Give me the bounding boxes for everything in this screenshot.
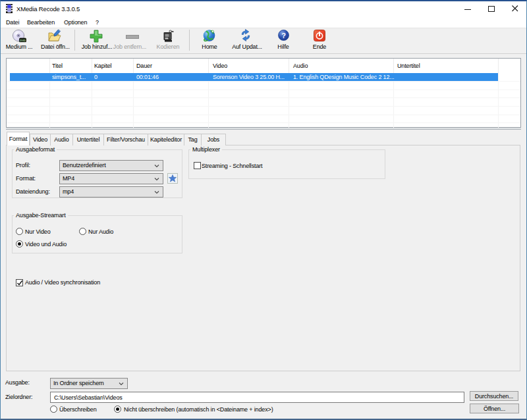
svg-text:?: ?	[281, 32, 286, 39]
svg-text:DVD: DVD	[20, 39, 26, 42]
